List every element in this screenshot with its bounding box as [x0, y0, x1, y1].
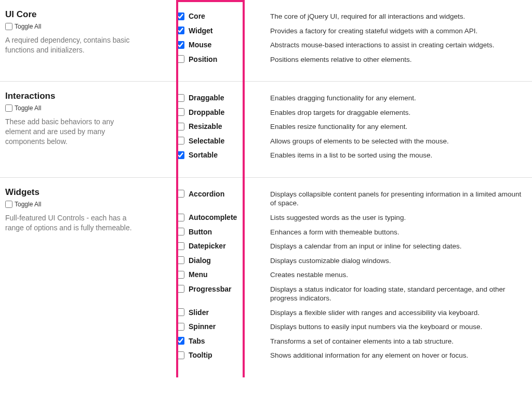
- component-description: Shows additional information for any ele…: [270, 351, 527, 360]
- component-control: Droppable: [177, 108, 270, 116]
- section-items: AccordionDisplays collapsible content pa…: [177, 187, 527, 363]
- component-label[interactable]: Resizable: [189, 122, 222, 130]
- component-row: TabsTransforms a set of container elemen…: [177, 334, 527, 349]
- component-label[interactable]: Button: [189, 228, 212, 236]
- toggle-all-row: Toggle All: [5, 201, 166, 208]
- section-left: UI CoreToggle AllA required dependency, …: [5, 9, 177, 67]
- component-control: Dialog: [177, 256, 270, 265]
- section-widgets: WidgetsToggle AllFull-featured UI Contro…: [0, 178, 532, 377]
- component-description: Displays a flexible slider with ranges a…: [270, 308, 527, 318]
- component-row: ResizableEnables resize functionality fo…: [177, 120, 527, 134]
- section-ui-core: UI CoreToggle AllA required dependency, …: [0, 0, 532, 82]
- component-label[interactable]: Slider: [189, 308, 209, 317]
- component-control: Datepicker: [177, 242, 270, 250]
- component-control: Button: [177, 228, 270, 236]
- component-checkbox[interactable]: [177, 271, 184, 279]
- toggle-all-checkbox[interactable]: [5, 104, 12, 112]
- component-row: DialogDisplays customizable dialog windo…: [177, 254, 527, 268]
- component-description: Displays a status indicator for loading …: [270, 285, 527, 303]
- component-checkbox[interactable]: [177, 123, 184, 130]
- component-description: Enables drop targets for draggable eleme…: [270, 108, 527, 117]
- component-description: The core of jQuery UI, required for all …: [270, 12, 527, 21]
- component-description: Positions elements relative to other ele…: [270, 55, 527, 64]
- component-label[interactable]: Core: [189, 12, 205, 20]
- toggle-all-checkbox[interactable]: [5, 23, 12, 30]
- section-items: CoreThe core of jQuery UI, required for …: [177, 9, 527, 67]
- component-row: AccordionDisplays collapsible content pa…: [177, 187, 527, 211]
- component-control: Resizable: [177, 122, 270, 130]
- component-checkbox[interactable]: [177, 285, 184, 293]
- toggle-all-label[interactable]: Toggle All: [15, 23, 41, 30]
- component-label[interactable]: Droppable: [189, 108, 224, 116]
- component-checkbox[interactable]: [177, 337, 184, 345]
- component-control: Tooltip: [177, 351, 270, 359]
- component-label[interactable]: Position: [189, 55, 217, 63]
- component-label[interactable]: Tooltip: [189, 351, 212, 359]
- component-checkbox[interactable]: [177, 137, 184, 145]
- component-checkbox[interactable]: [177, 151, 184, 159]
- component-label[interactable]: Draggable: [189, 94, 224, 102]
- component-checkbox[interactable]: [177, 323, 184, 331]
- component-label[interactable]: Spinner: [189, 322, 216, 331]
- toggle-all-row: Toggle All: [5, 23, 166, 30]
- component-row: WidgetProvides a factory for creating st…: [177, 24, 527, 38]
- toggle-all-label[interactable]: Toggle All: [15, 104, 41, 112]
- component-checkbox[interactable]: [177, 12, 184, 20]
- component-row: ButtonEnhances a form with themeable but…: [177, 225, 527, 240]
- component-label[interactable]: Widget: [189, 27, 213, 35]
- component-description: Enables items in a list to be sorted usi…: [270, 151, 527, 160]
- component-row: CoreThe core of jQuery UI, required for …: [177, 9, 527, 24]
- component-checkbox[interactable]: [177, 214, 184, 221]
- component-description: Creates nestable menus.: [270, 270, 527, 280]
- component-label[interactable]: Progressbar: [189, 285, 231, 293]
- component-control: Sortable: [177, 151, 270, 159]
- section-left: InteractionsToggle AllThese add basic be…: [5, 91, 177, 163]
- component-checkbox[interactable]: [177, 55, 184, 63]
- component-row: PositionPositions elements relative to o…: [177, 53, 527, 67]
- component-description: Provides a factory for creating stateful…: [270, 27, 527, 36]
- component-checkbox[interactable]: [177, 27, 184, 34]
- component-description: Abstracts mouse-based interactions to as…: [270, 41, 527, 50]
- component-description: Allows groups of elements to be selected…: [270, 137, 527, 146]
- component-row: TooltipShows additional information for …: [177, 348, 527, 363]
- component-row: MouseAbstracts mouse-based interactions …: [177, 38, 527, 53]
- component-control: Position: [177, 55, 270, 63]
- toggle-all-label[interactable]: Toggle All: [15, 201, 41, 208]
- component-label[interactable]: Selectable: [189, 137, 224, 145]
- component-checkbox[interactable]: [177, 41, 184, 49]
- component-label[interactable]: Dialog: [189, 256, 211, 265]
- component-row: AutocompleteLists suggested words as the…: [177, 211, 527, 225]
- component-label[interactable]: Autocomplete: [189, 213, 237, 221]
- component-checkbox[interactable]: [177, 308, 184, 316]
- component-label[interactable]: Datepicker: [189, 242, 226, 250]
- component-checkbox[interactable]: [177, 242, 184, 250]
- component-control: Menu: [177, 270, 270, 279]
- component-checkbox[interactable]: [177, 94, 184, 102]
- toggle-all-row: Toggle All: [5, 104, 166, 112]
- component-checkbox[interactable]: [177, 351, 184, 359]
- component-row: SortableEnables items in a list to be so…: [177, 148, 527, 163]
- component-description: Displays buttons to easily input numbers…: [270, 322, 527, 332]
- component-row: ProgressbarDisplays a status indicator f…: [177, 282, 527, 306]
- section-title: Interactions: [5, 91, 166, 101]
- component-checkbox[interactable]: [177, 190, 184, 198]
- toggle-all-checkbox[interactable]: [5, 201, 12, 208]
- component-description: Enables resize functionality for any ele…: [270, 122, 527, 132]
- component-row: DroppableEnables drop targets for dragga…: [177, 106, 527, 120]
- component-label[interactable]: Sortable: [189, 151, 218, 159]
- component-checkbox[interactable]: [177, 108, 184, 116]
- component-checkbox[interactable]: [177, 256, 184, 264]
- component-label[interactable]: Tabs: [189, 337, 205, 345]
- component-control: Spinner: [177, 322, 270, 331]
- component-label[interactable]: Accordion: [189, 190, 224, 198]
- component-description: Displays collapsible content panels for …: [270, 190, 527, 208]
- component-description: Lists suggested words as the user is typ…: [270, 213, 527, 222]
- component-label[interactable]: Mouse: [189, 41, 211, 49]
- component-control: Selectable: [177, 137, 270, 145]
- component-control: Draggable: [177, 94, 270, 102]
- component-control: Progressbar: [177, 285, 270, 293]
- section-description: Full-featured UI Controls - each has a r…: [5, 213, 140, 233]
- component-checkbox[interactable]: [177, 228, 184, 235]
- component-control: Mouse: [177, 41, 270, 49]
- component-label[interactable]: Menu: [189, 270, 208, 279]
